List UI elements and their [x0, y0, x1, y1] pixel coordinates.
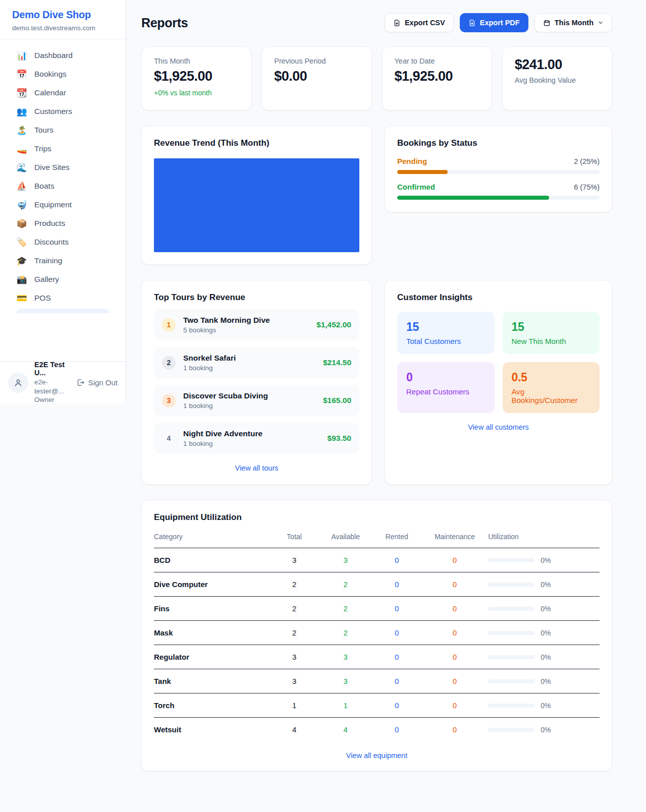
utilization-bar	[488, 631, 534, 635]
cell-total: 2	[270, 572, 319, 597]
cell-rented: 0	[372, 693, 421, 718]
cell-available: 2	[319, 621, 372, 645]
utilization-percent: 0%	[541, 605, 551, 613]
utilization-percent: 0%	[541, 581, 551, 589]
cell-available: 3	[319, 669, 372, 693]
equipment-utilization-title: Equipment Utilization	[154, 512, 600, 523]
stat-value: $241.00	[515, 57, 600, 73]
view-all-customers-link[interactable]: View all customers	[397, 423, 600, 431]
utilization-bar	[488, 607, 534, 611]
page-header: Reports Export CSV Export PDF This Month	[141, 13, 612, 32]
diving-mask-icon: 🤿	[16, 201, 27, 209]
user-info: E2E Test U... e2e-tester@... Owner	[34, 361, 70, 404]
cell-utilization: 0%	[488, 645, 600, 669]
cell-category: BCD	[154, 548, 270, 572]
status-count: 2 (25%)	[574, 157, 600, 165]
tour-row: 4 Night Dive Adventure 1 booking $93.50	[154, 423, 359, 454]
tour-row: 3 Discover Scuba Diving 1 booking $165.0…	[154, 385, 359, 416]
cell-maintenance: 0	[421, 621, 488, 645]
sidebar-item-products[interactable]: 📦 Products	[8, 214, 118, 233]
utilization-bar	[488, 558, 534, 562]
sidebar-item-label: Products	[34, 219, 65, 228]
brand-block: Demo Dive Shop demo.test.divestreams.com	[0, 0, 126, 39]
view-all-tours-link[interactable]: View all tours	[154, 464, 359, 472]
sidebar-item-label: Bookings	[34, 70, 67, 79]
package-icon: 📦	[16, 219, 27, 228]
cell-maintenance: 0	[421, 548, 488, 572]
status-label: Confirmed	[397, 183, 435, 191]
utilization-percent: 0%	[541, 556, 551, 564]
tour-name: Snorkel Safari	[183, 354, 236, 363]
stat-label: This Month	[154, 57, 239, 65]
cell-total: 3	[270, 645, 319, 669]
tour-text: Two Tank Morning Dive 5 bookings	[183, 316, 270, 334]
period-label: This Month	[555, 19, 594, 27]
sidebar-item-reports-partial[interactable]	[16, 309, 110, 313]
equipment-table: Category Total Available Rented Maintena…	[154, 528, 600, 741]
tile-avg-bookings: 0.5 Avg Bookings/Customer	[503, 362, 600, 413]
sidebar-item-tours[interactable]: 🏝️ Tours	[8, 121, 118, 139]
cell-maintenance: 0	[421, 645, 488, 669]
sidebar-item-label: Dive Sites	[34, 163, 70, 172]
tour-text: Discover Scuba Diving 1 booking	[183, 391, 268, 410]
sidebar-item-dive-sites[interactable]: 🌊 Dive Sites	[8, 158, 118, 177]
utilization-percent: 0%	[541, 677, 551, 685]
cell-available: 2	[319, 572, 372, 597]
avatar	[8, 373, 28, 393]
table-row: Dive Computer 2 2 0 0 0%	[154, 572, 600, 597]
cell-utilization: 0%	[488, 548, 600, 572]
table-row: Regulator 3 3 0 0 0%	[154, 645, 600, 669]
cell-available: 1	[319, 693, 372, 718]
cell-category: Wetsuit	[154, 718, 270, 742]
column-header-total: Total	[270, 528, 319, 548]
cell-total: 3	[270, 548, 319, 572]
cell-utilization: 0%	[488, 718, 600, 742]
insights-row: Top Tours by Revenue 1 Two Tank Morning …	[141, 280, 612, 485]
sidebar-item-boats[interactable]: ⛵ Boats	[8, 177, 118, 195]
rank-badge: 2	[162, 356, 176, 370]
sign-out-button[interactable]: Sign Out	[76, 378, 118, 387]
charts-row: Revenue Trend (This Month) Bookings by S…	[141, 126, 612, 265]
customer-insights-title: Customer Insights	[397, 293, 600, 303]
cell-rented: 0	[372, 597, 421, 621]
sidebar-item-gallery[interactable]: 📸 Gallery	[8, 270, 118, 288]
export-pdf-button[interactable]: Export PDF	[460, 13, 528, 32]
sidebar-item-customers[interactable]: 👥 Customers	[8, 102, 118, 121]
sidebar-item-label: Gallery	[34, 275, 59, 284]
wave-icon: 🌊	[16, 163, 27, 172]
stat-value: $0.00	[274, 69, 359, 84]
user-name: E2E Test U...	[34, 361, 70, 377]
sidebar-item-label: Calendar	[34, 88, 66, 97]
utilization-bar	[488, 728, 534, 732]
stat-card-previous-period: Previous Period $0.00	[261, 46, 371, 110]
sidebar-item-equipment[interactable]: 🤿 Equipment	[8, 196, 118, 214]
period-dropdown[interactable]: This Month	[534, 13, 612, 32]
brand-title: Demo Dive Shop	[12, 9, 114, 21]
stat-label: Year to Date	[395, 57, 479, 65]
tile-total-customers: 15 Total Customers	[397, 312, 495, 354]
cell-available: 3	[319, 548, 372, 572]
sidebar-item-training[interactable]: 🎓 Training	[8, 252, 118, 270]
sidebar-item-discounts[interactable]: 🏷️ Discounts	[8, 233, 118, 251]
tour-amount: $93.50	[328, 434, 351, 443]
sidebar-item-calendar[interactable]: 📆 Calendar	[8, 84, 118, 102]
sidebar: Demo Dive Shop demo.test.divestreams.com…	[0, 0, 126, 403]
sidebar-item-dashboard[interactable]: 📊 Dashboard	[8, 46, 118, 65]
sidebar-item-bookings[interactable]: 📅 Bookings	[8, 65, 118, 83]
export-csv-button[interactable]: Export CSV	[385, 13, 454, 32]
brand-domain: demo.test.divestreams.com	[12, 24, 114, 32]
tile-value: 0.5	[512, 371, 591, 384]
customer-insights-card: Customer Insights 15 Total Customers 15 …	[385, 280, 612, 485]
customers-icon: 👥	[16, 107, 27, 116]
sidebar-item-pos[interactable]: 💳 POS	[8, 289, 118, 307]
utilization-bar	[488, 655, 534, 659]
view-all-equipment-link[interactable]: View all equipment	[154, 751, 600, 760]
stat-value: $1,925.00	[395, 69, 479, 84]
column-header-rented: Rented	[372, 528, 421, 548]
tag-icon: 🏷️	[16, 238, 27, 247]
tour-row: 2 Snorkel Safari 1 booking $214.50	[154, 347, 359, 378]
utilization-bar	[488, 679, 534, 683]
sidebar-item-trips[interactable]: 🚤 Trips	[8, 140, 118, 158]
bookings-by-status-card: Bookings by Status Pending 2 (25%) Confi…	[385, 126, 612, 212]
speedboat-icon: 🚤	[16, 145, 27, 153]
